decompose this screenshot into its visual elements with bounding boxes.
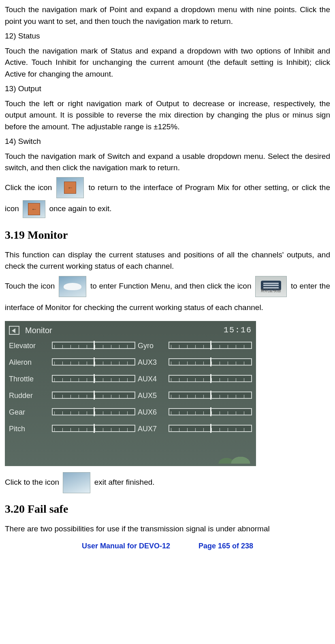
exit-icon [63,472,90,493]
text-fragment: Click to the icon [5,478,61,486]
channel-grid: Elevator Gyro Aileron AUX3 Throttle AUX4… [9,340,252,434]
channel-label: Gear [9,407,49,418]
channel-label: Rudder [9,390,49,401]
monitor-icon-caption: 舵机监视器 [256,285,286,296]
paragraph-with-icons: Click the icon ← to return to the interf… [5,177,330,219]
channel-slider [52,375,135,382]
channel-slider [169,408,252,415]
function-menu-icon [59,276,86,297]
paragraph-with-icons: Click to the icon exit after finished. [5,472,330,493]
channel-label: Gyro [138,340,166,351]
channel-slider [52,425,135,432]
channel-slider [169,342,252,349]
channel-slider [169,425,252,432]
paragraph: Touch the navigation mark of Status and … [5,45,330,80]
item-heading-switch: 14) Switch [5,136,330,148]
monitor-menu-icon: 舵机监视器 [255,276,287,297]
text-fragment: Click the icon [5,183,55,192]
channel-slider [169,392,252,399]
footer-manual-title: User Manual for DEVO-12 [82,541,170,552]
paragraph-with-icons: Touch the icon to enter Function Menu, a… [5,276,330,318]
item-heading-output: 13) Output [5,83,330,95]
back-icon [9,326,19,335]
channel-label: Elevator [9,340,49,351]
channel-label: AUX4 [138,374,166,385]
return-icon: ← [23,200,45,218]
channel-slider [169,375,252,382]
section-heading-failsafe: 3.20 Fail safe [5,501,330,518]
decorative-hill-icon [228,455,253,464]
monitor-title: Monitor [25,324,52,336]
channel-label: Pitch [9,424,49,434]
page-footer: User Manual for DEVO-12 Page 165 of 238 [5,541,330,552]
text-fragment: once again to exit. [49,204,111,213]
channel-slider [169,358,252,366]
item-heading-status: 12) Status [5,30,330,42]
channel-label: AUX7 [138,424,166,434]
channel-label: Aileron [9,357,49,368]
paragraph: Touch the left or right navigation mark … [5,98,330,133]
section-heading-monitor: 3.19 Monitor [5,227,330,244]
text-fragment: to enter Function Menu, and then click t… [90,282,254,290]
paragraph: There are two possibilities for use if t… [5,523,330,535]
paragraph: This function can display the current st… [5,249,330,272]
channel-label: Throttle [9,374,49,385]
channel-label: AUX3 [138,357,166,368]
channel-label: AUX6 [138,407,166,418]
paragraph: Touch the navigation mark of Point and e… [5,4,330,27]
paragraph: Touch the navigation mark of Switch and … [5,151,330,174]
monitor-screenshot: Monitor 15:16 Elevator Gyro Aileron AUX3… [5,321,256,466]
channel-label: AUX5 [138,390,166,401]
footer-page-number: Page 165 of 238 [198,541,253,552]
channel-slider [52,408,135,415]
return-icon: ← [56,177,84,198]
channel-slider [52,358,135,366]
channel-slider [52,392,135,399]
clock-label: 15:16 [224,324,252,336]
channel-slider [52,342,135,349]
text-fragment: exit after finished. [94,478,155,486]
text-fragment: Touch the icon [5,282,57,290]
